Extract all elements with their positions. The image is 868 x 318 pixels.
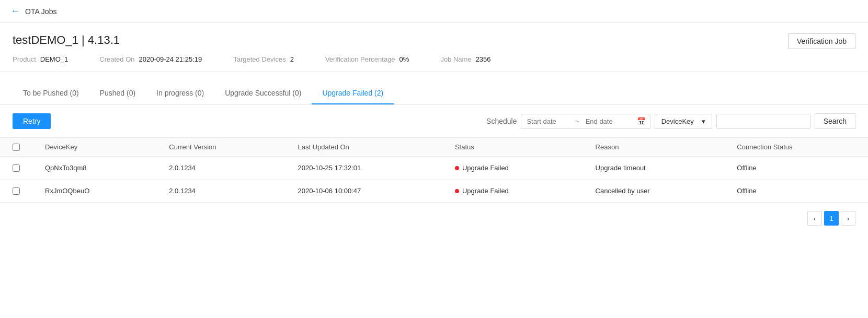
row-checkbox-1[interactable] [13, 187, 20, 195]
tabs: To be Pushed (0) Pushed (0) In progress … [13, 83, 855, 104]
status-dot-icon [455, 166, 459, 170]
filter-select[interactable]: DeviceKey ▾ [655, 114, 712, 129]
top-bar: ← OTA Jobs [0, 0, 868, 23]
status-dot-icon [455, 189, 459, 193]
cell-status: Upgrade Failed [442, 180, 583, 203]
cell-connection-status: Offline [724, 180, 868, 203]
devices-table: DeviceKey Current Version Last Updated O… [0, 137, 868, 203]
filter-value: DeviceKey [661, 117, 694, 125]
col-checkbox [0, 138, 32, 157]
verification-pct-info: Verification Percentage 0% [325, 55, 409, 63]
cell-current-version: 2.0.1234 [156, 157, 285, 180]
schedule-area: Schedule ~ 📅 DeviceKey ▾ Search [486, 113, 855, 129]
targeted-devices-info: Targeted Devices 2 [233, 55, 294, 63]
back-button[interactable]: ← [10, 6, 20, 17]
end-date-input[interactable] [580, 114, 633, 128]
product-info: Product DEMO_1 [13, 55, 68, 63]
chevron-down-icon: ▾ [702, 117, 705, 125]
cell-last-updated: 2020-10-25 17:32:01 [285, 157, 442, 180]
created-on-value: 2020-09-24 21:25:19 [139, 55, 202, 63]
calendar-icon: 📅 [633, 117, 650, 125]
tab-upgrade-failed[interactable]: Upgrade Failed (2) [312, 83, 394, 104]
date-separator: ~ [574, 117, 580, 125]
job-title: testDEMO_1 | 4.13.1 [13, 33, 491, 47]
cell-reason: Upgrade timeout [583, 157, 725, 180]
col-status: Status [442, 138, 583, 157]
retry-button[interactable]: Retry [13, 113, 51, 129]
page-title: OTA Jobs [25, 7, 56, 16]
tab-pushed[interactable]: Pushed (0) [89, 83, 146, 104]
start-date-input[interactable] [521, 114, 574, 128]
col-device-key: DeviceKey [32, 138, 156, 157]
table-row: QpNxTo3qm8 2.0.1234 2020-10-25 17:32:01 … [0, 157, 868, 180]
table-row: RxJmOQbeuO 2.0.1234 2020-10-06 10:00:47 … [0, 180, 868, 203]
search-input[interactable] [716, 114, 810, 129]
cell-last-updated: 2020-10-06 10:00:47 [285, 180, 442, 203]
col-current-version: Current Version [156, 138, 285, 157]
cell-current-version: 2.0.1234 [156, 180, 285, 203]
product-value: DEMO_1 [40, 55, 68, 63]
page-1-button[interactable]: 1 [824, 211, 839, 226]
tab-to-be-pushed[interactable]: To be Pushed (0) [13, 83, 89, 104]
schedule-label: Schedule [486, 117, 517, 125]
tab-in-progress[interactable]: In progress (0) [146, 83, 214, 104]
select-all-checkbox[interactable] [13, 144, 20, 151]
cell-connection-status: Offline [724, 157, 868, 180]
job-name-value: 2356 [476, 55, 491, 63]
cell-device-key: RxJmOQbeuO [32, 180, 156, 203]
job-name-info: Job Name 2356 [440, 55, 490, 63]
table-header-row: DeviceKey Current Version Last Updated O… [0, 138, 868, 157]
targeted-devices-value: 2 [290, 55, 294, 63]
col-reason: Reason [583, 138, 725, 157]
back-icon: ← [10, 6, 20, 17]
verification-job-button[interactable]: Verification Job [788, 33, 855, 49]
cell-device-key: QpNxTo3qm8 [32, 157, 156, 180]
header-section: testDEMO_1 | 4.13.1 Product DEMO_1 Creat… [0, 23, 868, 72]
col-connection-status: Connection Status [724, 138, 868, 157]
created-on-info: Created On 2020-09-24 21:25:19 [99, 55, 202, 63]
verification-pct-label: Verification Percentage [325, 55, 395, 63]
col-last-updated: Last Updated On [285, 138, 442, 157]
next-page-button[interactable]: › [841, 211, 855, 226]
cell-status: Upgrade Failed [442, 157, 583, 180]
product-label: Product [13, 55, 36, 63]
meta-info: Product DEMO_1 Created On 2020-09-24 21:… [13, 55, 491, 63]
toolbar: Retry Schedule ~ 📅 DeviceKey ▾ Search [0, 105, 868, 137]
pagination: ‹ 1 › [0, 203, 868, 234]
created-on-label: Created On [99, 55, 134, 63]
tabs-section: To be Pushed (0) Pushed (0) In progress … [0, 83, 868, 105]
search-button[interactable]: Search [815, 113, 855, 129]
tab-upgrade-successful[interactable]: Upgrade Successful (0) [214, 83, 312, 104]
row-checkbox-cell [0, 180, 32, 203]
row-checkbox-0[interactable] [13, 164, 20, 172]
prev-page-button[interactable]: ‹ [807, 211, 822, 226]
cell-reason: Cancelled by user [583, 180, 725, 203]
verification-pct-value: 0% [399, 55, 409, 63]
date-range-picker[interactable]: ~ 📅 [521, 114, 650, 129]
targeted-devices-label: Targeted Devices [233, 55, 285, 63]
row-checkbox-cell [0, 157, 32, 180]
job-name-label: Job Name [440, 55, 471, 63]
